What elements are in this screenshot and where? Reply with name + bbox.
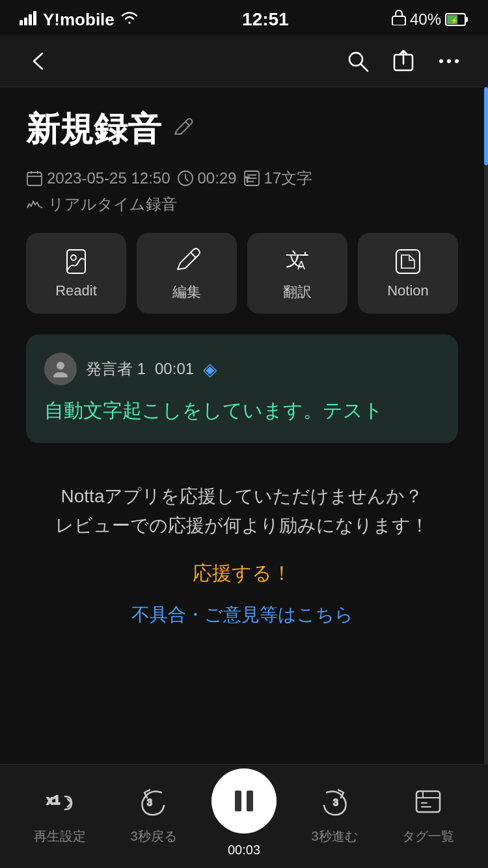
play-center-wrap: 00:03 [211, 768, 277, 858]
forward-button[interactable]: 3 3秒進む [299, 781, 370, 845]
svg-text:3: 3 [333, 797, 338, 807]
translate-button[interactable]: 文 A 翻訳 [247, 233, 347, 314]
svg-rect-3 [33, 11, 36, 25]
svg-rect-27 [247, 791, 253, 811]
lock-icon [392, 10, 406, 29]
svg-rect-29 [416, 791, 440, 812]
support-link[interactable]: 応援する！ [52, 560, 432, 587]
action-buttons: Readit 編集 文 A 翻訳 [26, 233, 458, 314]
svg-text:T: T [245, 176, 249, 183]
edit-button[interactable]: 編集 [137, 233, 237, 314]
svg-text:x1: x1 [47, 794, 60, 807]
realtime-label: リアルタイム録音 [48, 194, 177, 215]
speaker-name: 発言者 1 [86, 359, 146, 379]
feedback-link[interactable]: 不具合・ご意見等はこちら [52, 603, 432, 627]
svg-point-9 [349, 53, 362, 66]
svg-point-23 [57, 362, 64, 370]
translate-label: 翻訳 [283, 282, 312, 302]
rewind-label: 3秒戻る [130, 828, 176, 845]
svg-point-11 [439, 59, 443, 63]
svg-rect-0 [20, 20, 23, 25]
recording-chars: 17文字 [264, 168, 313, 189]
carrier-name: Y!mobile [43, 10, 115, 30]
title-edit-icon[interactable] [172, 117, 194, 142]
svg-point-19 [71, 255, 76, 260]
notion-label: Notion [387, 282, 429, 299]
speed-button[interactable]: x1 再生設定 [24, 781, 96, 845]
recording-date: 2023-05-25 12:50 [47, 169, 170, 187]
svg-text:⚡: ⚡ [450, 16, 459, 25]
back-button[interactable] [20, 42, 59, 81]
transcript-card: 発言者 1 00:01 ◈ 自動文字起こしをしています。テスト [26, 334, 458, 443]
svg-point-12 [447, 59, 451, 63]
readit-label: Readit [55, 282, 97, 299]
recording-duration: 00:29 [198, 169, 237, 187]
chars-meta: T 17文字 [243, 168, 313, 189]
signal-icon [20, 10, 38, 30]
date-meta: 2023-05-25 12:50 [26, 169, 170, 187]
speaker-time: 00:01 [155, 360, 194, 378]
main-content: 新規録音 2023-05-25 12:50 00:29 [0, 87, 488, 660]
wifi-icon [120, 10, 139, 30]
meta-info: 2023-05-25 12:50 00:29 T 17文字 [26, 168, 458, 189]
status-right: 40% ⚡ [392, 10, 468, 29]
tags-button[interactable]: タグ一覧 [392, 781, 464, 845]
transcript-text: 自動文字起こしをしています。テスト [44, 396, 440, 425]
appeal-section: Nottaアプリを応援していただけませんか？レビューでの応援が何より励みになりま… [26, 469, 458, 640]
bottom-player: x1 再生設定 3 3秒戻る 00:03 [0, 764, 488, 868]
more-button[interactable] [429, 42, 468, 81]
battery-icon: ⚡ [445, 13, 468, 26]
svg-rect-1 [24, 18, 27, 25]
duration-meta: 00:29 [177, 169, 237, 187]
notion-button[interactable]: Notion [358, 233, 458, 314]
speed-label: 再生設定 [34, 828, 86, 845]
rewind-button[interactable]: 3 3秒戻る [118, 781, 189, 845]
forward-label: 3秒進む [311, 828, 357, 845]
svg-text:A: A [297, 259, 305, 272]
title-area: 新規録音 [26, 107, 458, 152]
realtime-row: リアルタイム録音 [26, 194, 458, 215]
svg-rect-7 [465, 17, 468, 22]
speed-icon: x1 [39, 781, 81, 822]
scrollbar-thumb [484, 87, 488, 165]
forward-icon: 3 [314, 781, 355, 822]
readit-button[interactable]: Readit [26, 233, 126, 314]
svg-rect-14 [27, 172, 42, 185]
notion-icon [394, 247, 422, 276]
svg-rect-26 [235, 791, 241, 811]
status-bar: Y!mobile 12:51 40% ⚡ [0, 0, 488, 35]
tags-label: タグ一覧 [402, 828, 454, 845]
svg-text:3: 3 [147, 797, 152, 807]
svg-rect-18 [67, 250, 85, 273]
nav-bar [0, 35, 488, 87]
search-button[interactable] [338, 42, 377, 81]
svg-rect-2 [29, 14, 32, 25]
tags-icon [407, 781, 449, 822]
scrollbar[interactable] [484, 87, 488, 790]
svg-rect-22 [396, 250, 420, 273]
appeal-main-text: Nottaアプリを応援していただけませんか？レビューでの応援が何より励みになりま… [52, 482, 432, 541]
share-button[interactable] [384, 42, 423, 81]
status-time: 12:51 [242, 9, 289, 30]
svg-point-13 [455, 59, 459, 63]
rewind-icon: 3 [133, 781, 174, 822]
battery-percent: 40% [410, 10, 441, 29]
edit-label: 編集 [172, 282, 201, 302]
avatar [44, 353, 77, 385]
audio-wave-icon: ◈ [203, 359, 217, 380]
pause-button[interactable] [211, 768, 277, 834]
svg-rect-4 [392, 16, 405, 25]
status-left: Y!mobile [20, 10, 139, 30]
recording-title: 新規録音 [26, 107, 161, 152]
speaker-row: 発言者 1 00:01 ◈ [44, 353, 440, 385]
current-time: 00:03 [228, 843, 260, 858]
nav-right-icons [338, 42, 468, 81]
